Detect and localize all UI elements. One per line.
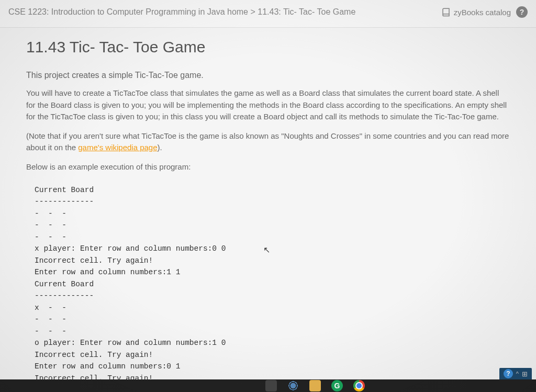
- book-icon: [441, 7, 451, 17]
- header-right: zyBooks catalog ?: [441, 6, 528, 18]
- taskbar-search-icon[interactable]: [265, 380, 277, 391]
- page-header: CSE 1223: Introduction to Computer Progr…: [0, 0, 536, 28]
- description-paragraph-2: (Note that if you aren't sure what TicTa…: [26, 130, 510, 154]
- help-icon[interactable]: ?: [516, 6, 528, 18]
- taskbar-chrome-icon[interactable]: [353, 380, 365, 391]
- example-intro: Below is an example execution of this pr…: [26, 161, 510, 173]
- breadcrumb[interactable]: CSE 1223: Introduction to Computer Progr…: [8, 7, 355, 17]
- page-title: 11.43 Tic- Tac- Toe Game: [26, 38, 510, 56]
- description-paragraph-1: You will have to create a TicTacToe clas…: [26, 87, 510, 123]
- main-content: 11.43 Tic- Tac- Toe Game This project cr…: [0, 28, 536, 392]
- tray-caret-icon[interactable]: ^: [516, 371, 519, 377]
- taskbar-explorer-icon[interactable]: [309, 380, 321, 391]
- catalog-label: zyBooks catalog: [454, 8, 511, 17]
- catalog-link[interactable]: zyBooks catalog: [441, 7, 511, 17]
- intro-paragraph: This project creates a simple Tic-Tac-To…: [26, 71, 510, 80]
- tray-extra-icon[interactable]: ⊞: [522, 370, 528, 378]
- taskbar: G: [0, 379, 536, 392]
- code-example: Current Board ------------- - - - - - - …: [26, 180, 510, 392]
- taskbar-grammarly-icon[interactable]: G: [331, 380, 343, 391]
- para2-post: ).: [158, 143, 162, 152]
- tray-help-icon[interactable]: ?: [504, 369, 513, 378]
- system-tray: ? ^ ⊞: [499, 368, 532, 379]
- wikipedia-link[interactable]: game's wikipedia page: [78, 143, 157, 152]
- taskbar-cortana-icon[interactable]: [287, 380, 299, 391]
